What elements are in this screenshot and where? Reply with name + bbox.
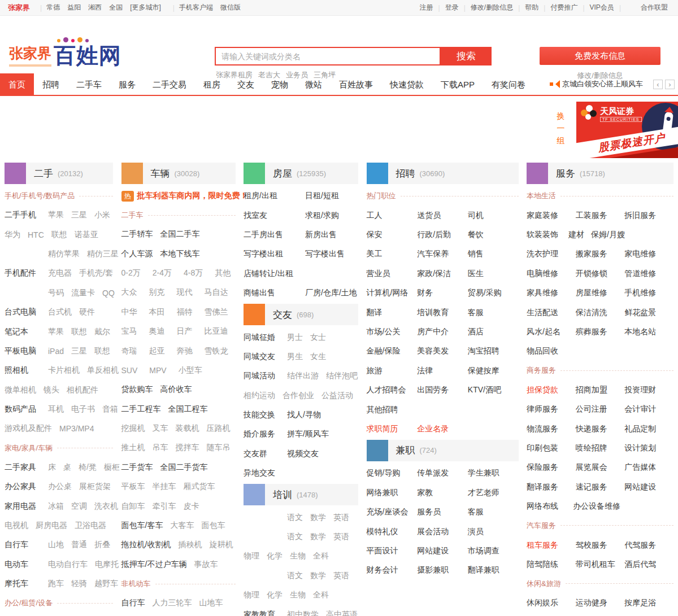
category-link[interactable]: 自卸车 — [121, 501, 145, 512]
category-link[interactable]: 市场/公关 — [367, 327, 401, 336]
category-link[interactable]: 投资理财 — [624, 385, 656, 394]
category-label[interactable]: 台式电脑 — [5, 307, 41, 317]
category-link[interactable]: 网站建设 — [417, 546, 449, 555]
category-link[interactable]: 服务员 — [417, 507, 441, 516]
category-link[interactable]: 带司机租车 — [576, 560, 615, 569]
category-link[interactable]: 拆旧服务 — [624, 211, 656, 220]
category-link[interactable]: 酒后代驾 — [624, 560, 656, 569]
category-link[interactable]: 压路机 — [207, 423, 231, 434]
category-link[interactable]: 代驾服务 — [624, 540, 656, 549]
category-link[interactable]: 卡片相机 — [48, 365, 80, 375]
category-title[interactable]: 服务 — [556, 167, 575, 180]
category-link[interactable]: 人才招聘会 — [367, 385, 406, 394]
category-link[interactable]: 搅拌车 — [176, 443, 199, 453]
category-link[interactable]: 空调 — [71, 501, 87, 512]
category-link[interactable]: 音箱 — [102, 404, 118, 414]
category-link[interactable]: 客服 — [468, 308, 484, 317]
category-link[interactable]: 小米 — [94, 210, 110, 220]
category-link[interactable]: 财务 — [417, 288, 433, 297]
category-link[interactable]: 传单派发 — [417, 468, 449, 477]
category-link[interactable]: 本地名站 — [624, 327, 656, 336]
category-link[interactable]: 英语 — [333, 571, 349, 581]
category-label[interactable]: 同城交友 — [244, 352, 280, 362]
category-link[interactable]: 工装服务 — [576, 211, 607, 220]
category-link[interactable]: 牵引车 — [153, 501, 176, 512]
category-link[interactable]: 担保贷款 — [527, 385, 558, 394]
category-label[interactable]: 找室友 — [244, 211, 298, 221]
category-link[interactable]: 叉车 — [153, 423, 168, 434]
category-link[interactable]: 网络布线 — [527, 501, 558, 510]
nav-item[interactable]: 首页 — [0, 73, 34, 95]
category-link[interactable]: 数学 — [310, 571, 326, 581]
category-link[interactable]: 冰箱 — [48, 501, 64, 512]
category-link[interactable]: 马自达 — [205, 287, 228, 298]
category-link[interactable]: 出国劳务 — [417, 385, 449, 394]
category-link[interactable]: 旋耕机 — [209, 540, 233, 550]
category-link[interactable]: 厂房/仓库/土地 — [305, 288, 357, 298]
category-link[interactable]: 挖掘机 — [121, 423, 145, 434]
category-link[interactable]: 个人车源 — [121, 249, 153, 259]
category-link[interactable]: 全科 — [313, 590, 329, 600]
category-link[interactable]: 生物 — [290, 551, 306, 561]
category-link[interactable]: 异地交友 — [244, 468, 275, 478]
category-link[interactable]: 镜头 — [44, 385, 59, 395]
category-link[interactable]: 办公桌 — [48, 482, 72, 492]
category-link[interactable]: 保姆/月嫂 — [591, 230, 625, 239]
category-link[interactable]: 演员 — [468, 527, 484, 536]
category-link[interactable]: 轻骑 — [71, 579, 87, 589]
category-link[interactable]: 充场/座谈会 — [367, 507, 408, 516]
category-link[interactable]: 才艺老师 — [468, 488, 499, 497]
category-link[interactable]: SUV — [121, 366, 138, 375]
client-link[interactable]: 微信版 — [220, 3, 241, 11]
category-link[interactable]: 开锁修锁 — [576, 269, 607, 278]
category-link[interactable]: 电视机 — [5, 521, 28, 531]
category-link[interactable]: 家具维修 — [527, 288, 558, 297]
category-link[interactable]: 全科 — [313, 551, 329, 561]
category-link[interactable]: 殡葬服务 — [576, 327, 607, 336]
category-link[interactable]: 起亚 — [149, 346, 165, 356]
category-link[interactable]: 山地车 — [199, 598, 223, 608]
category-link[interactable]: 游戏机及配件 — [5, 423, 52, 434]
category-link[interactable]: 面包车/客车 — [121, 521, 163, 531]
category-link[interactable]: 翻译兼职 — [468, 565, 499, 574]
category-title[interactable]: 兼职 — [396, 444, 415, 457]
category-link[interactable]: 电子书 — [71, 404, 95, 414]
category-link[interactable]: 充电器 — [48, 268, 72, 278]
topbar-link[interactable]: 付费推广 — [550, 3, 577, 12]
category-link[interactable]: 运动健身 — [576, 598, 607, 607]
category-title[interactable]: 培训 — [273, 488, 292, 501]
topbar-link[interactable]: VIP会员 — [590, 3, 614, 12]
category-link[interactable]: 陪驾陪练 — [527, 560, 558, 569]
category-link[interactable]: 台式机 — [48, 307, 72, 317]
category-title[interactable]: 交友 — [273, 308, 292, 321]
category-link[interactable]: 租车服务 — [527, 540, 558, 549]
category-link[interactable]: 培训教育 — [417, 308, 449, 317]
category-link[interactable]: 电动自行车 — [48, 560, 88, 570]
nav-item[interactable]: 招聘 — [34, 73, 68, 95]
category-link[interactable]: 法律 — [417, 366, 433, 375]
category-link[interactable]: 大众 — [121, 287, 137, 298]
client-link[interactable]: 手机客户端 — [179, 3, 213, 11]
category-link[interactable]: 中华 — [121, 307, 137, 317]
category-link[interactable]: 旅游 — [367, 366, 383, 375]
category-label[interactable]: 电动车 — [5, 560, 41, 570]
category-link[interactable]: 保洁清洗 — [576, 308, 607, 317]
category-link[interactable]: 医生 — [468, 269, 484, 278]
city-link[interactable]: [更多城市] — [130, 3, 161, 11]
category-title[interactable]: 二手 — [34, 167, 53, 180]
category-link[interactable]: 公司注册 — [576, 404, 607, 413]
category-link[interactable]: 人力三轮车 — [153, 598, 192, 608]
city-link[interactable]: 湘西 — [88, 3, 102, 11]
search-suggestion[interactable]: 张家界租房 — [216, 71, 253, 79]
ad-banner[interactable]: 天风证券 TF SECURITIES 股票极速开户 — [576, 102, 678, 158]
category-link[interactable]: 宝马 — [121, 326, 137, 337]
category-link[interactable]: 事故车 — [194, 560, 218, 570]
change-group-button[interactable]: 换一组 — [556, 110, 566, 147]
category-link[interactable]: 店铺转让/出租 — [244, 269, 293, 279]
topbar-link[interactable]: 登录 — [445, 3, 459, 12]
category-link[interactable]: 展柜货架 — [79, 482, 111, 492]
hot-notice[interactable]: 热批车利器车商内网，限时免费！ — [121, 186, 236, 206]
category-link[interactable]: 卫浴电器 — [75, 521, 106, 531]
category-link[interactable]: 求职简历 — [367, 424, 398, 433]
category-link[interactable]: 司机 — [468, 211, 484, 220]
